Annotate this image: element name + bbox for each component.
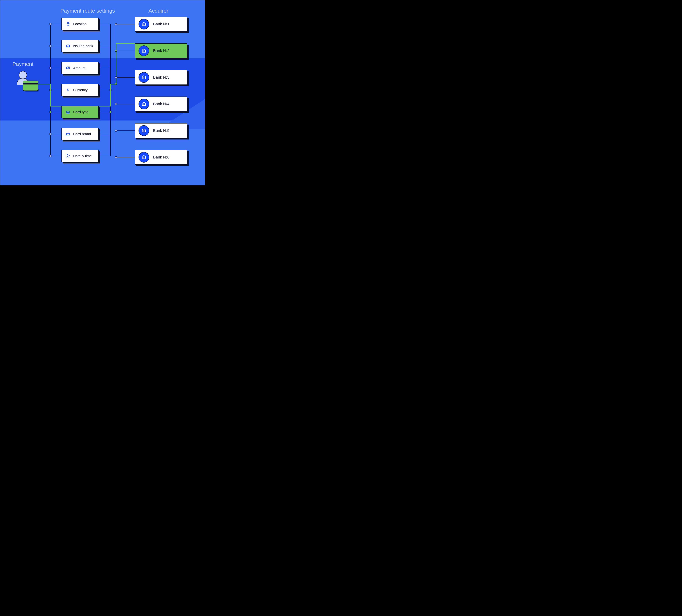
connector-line: [99, 24, 110, 24]
active-node: [49, 89, 51, 91]
acquirer-label: Bank №2: [153, 48, 169, 53]
acquirer-bank-2: Bank №2: [135, 43, 187, 58]
setting-label: Location: [73, 22, 87, 26]
active-path: [110, 84, 111, 106]
acquirer-bank-4: Bank №4: [135, 97, 187, 112]
acquirer-label: Bank №1: [153, 22, 169, 26]
connector-line: [99, 156, 110, 156]
connector-line: [50, 24, 62, 24]
connector-line: [116, 24, 135, 24]
bank-icon: [66, 44, 70, 48]
bank-icon: [139, 152, 149, 163]
setting-label: Card brand: [73, 132, 91, 136]
connector-line: [50, 134, 62, 134]
svg-point-8: [67, 155, 68, 156]
setting-amount: Amount: [62, 62, 99, 74]
svg-point-0: [68, 23, 69, 24]
setting-label: Currency: [73, 88, 88, 92]
connector-node: [115, 103, 117, 105]
connector-node: [49, 133, 51, 135]
connector-line: [50, 90, 62, 90]
setting-currency: Currency: [62, 84, 99, 96]
acquirer-label: Bank №3: [153, 75, 169, 80]
currency-icon: [66, 88, 70, 92]
connector-line: [50, 68, 62, 68]
card-type-icon: [66, 110, 70, 114]
bank-icon: [139, 72, 149, 83]
setting-bank: Issuing bank: [62, 40, 99, 52]
acquirer-bank-6: Bank №6: [135, 150, 187, 165]
connector-line: [50, 156, 62, 156]
svg-rect-7: [66, 133, 70, 135]
setting-label: Issuing bank: [73, 44, 93, 48]
connector-node: [49, 155, 51, 157]
connector-line: [99, 46, 110, 46]
setting-card-brand: Card brand: [62, 128, 99, 140]
connector-line: [99, 68, 110, 68]
connector-node: [115, 50, 117, 52]
acquirer-label: Bank №5: [153, 128, 169, 133]
location-icon: [66, 22, 70, 26]
setting-datetime: Date & time: [62, 150, 99, 162]
setting-label: Date & time: [73, 154, 92, 158]
payment-heading: Payment: [13, 61, 33, 67]
bank-icon: [139, 99, 149, 109]
setting-label: Amount: [73, 66, 86, 70]
bank-icon: [139, 125, 149, 136]
payment-card-icon: [23, 80, 38, 91]
active-path: [50, 84, 51, 106]
active-node: [49, 111, 51, 113]
acquirer-bank-1: Bank №1: [135, 17, 187, 31]
connector-node: [115, 129, 117, 132]
bank-icon: [139, 45, 149, 56]
acquirer-bank-3: Bank №3: [135, 70, 187, 85]
connector-line: [116, 51, 135, 51]
connector-node: [115, 23, 117, 25]
svg-point-6: [68, 112, 69, 113]
connector-node: [49, 67, 51, 69]
connector-line: [116, 77, 135, 77]
settings-heading: Payment route settings: [60, 8, 115, 14]
connector-line: [99, 90, 110, 90]
datetime-icon: [66, 154, 70, 158]
connector-line: [99, 112, 110, 112]
connector-line: [50, 46, 62, 46]
active-node: [109, 111, 112, 113]
connector-line: [116, 104, 135, 104]
connector-line: [99, 134, 110, 134]
setting-card-type: Card type: [62, 106, 99, 118]
connector-node: [115, 156, 117, 158]
payment-routing-diagram: Payment route settings Acquirer Payment …: [0, 0, 205, 186]
svg-point-3: [68, 67, 69, 68]
setting-location: Location: [62, 18, 99, 30]
acquirer-heading: Acquirer: [149, 8, 168, 14]
active-path: [116, 43, 135, 44]
connector-node: [49, 23, 51, 25]
acquirer-label: Bank №4: [153, 102, 169, 106]
connector-node: [115, 76, 117, 78]
acquirer-label: Bank №6: [153, 155, 169, 160]
acquirer-bank-5: Bank №5: [135, 123, 187, 138]
active-node: [109, 89, 112, 91]
connector-line: [50, 112, 62, 112]
card-brand-icon: [66, 132, 70, 136]
active-path: [37, 84, 51, 84]
connector-line: [116, 157, 135, 158]
setting-label: Card type: [73, 110, 89, 114]
connector-node: [49, 45, 51, 47]
amount-icon: [66, 66, 70, 70]
connector-line: [116, 131, 135, 131]
active-node: [115, 83, 117, 85]
bank-icon: [139, 19, 149, 29]
